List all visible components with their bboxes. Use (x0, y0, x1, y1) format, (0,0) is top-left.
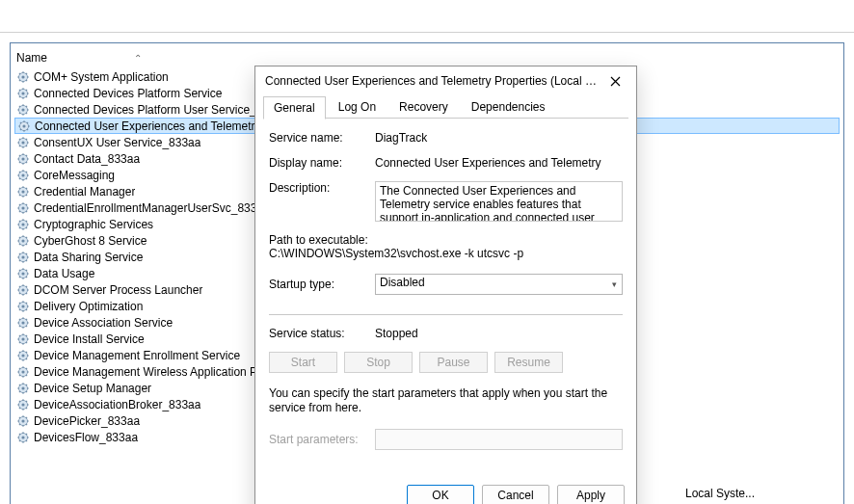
svg-point-31 (22, 124, 25, 127)
gear-icon (16, 201, 30, 215)
svg-line-68 (26, 171, 27, 172)
startup-type-select[interactable]: Disabled (375, 274, 623, 295)
svg-line-217 (26, 423, 27, 424)
svg-line-17 (26, 95, 27, 96)
svg-line-157 (26, 325, 27, 326)
label-description: Description: (269, 181, 375, 195)
service-label: Delivery Optimization (34, 300, 143, 313)
tab-logon[interactable]: Log On (328, 95, 387, 119)
svg-point-201 (21, 403, 24, 406)
svg-line-127 (26, 276, 27, 277)
svg-line-229 (19, 439, 20, 440)
svg-point-191 (21, 386, 24, 389)
svg-line-9 (19, 79, 20, 80)
svg-line-88 (26, 203, 27, 204)
svg-point-91 (21, 223, 24, 225)
stop-button[interactable]: Stop (344, 352, 413, 373)
svg-line-28 (26, 105, 27, 106)
pause-button[interactable]: Pause (419, 352, 488, 373)
svg-line-186 (19, 367, 20, 368)
svg-line-167 (26, 341, 27, 342)
cancel-button[interactable]: Cancel (482, 485, 549, 504)
svg-line-78 (26, 187, 27, 188)
service-label: CyberGhost 8 Service (34, 234, 147, 248)
start-button[interactable]: Start (269, 352, 337, 373)
svg-point-161 (21, 337, 24, 340)
svg-line-26 (19, 105, 20, 106)
svg-line-148 (26, 302, 27, 303)
svg-line-147 (26, 308, 27, 309)
close-button[interactable] (601, 69, 628, 93)
service-label: Connected User Experiences and Telemetry (35, 119, 261, 133)
svg-line-119 (19, 259, 20, 260)
svg-line-37 (27, 128, 28, 129)
svg-line-36 (20, 121, 21, 122)
resume-button[interactable]: Resume (494, 352, 563, 373)
svg-line-116 (19, 252, 20, 253)
start-parameters-input (375, 429, 623, 450)
service-label: DeviceAssociationBroker_833aa (34, 398, 200, 411)
service-label: Device Management Enrollment Service (34, 349, 240, 362)
apply-button[interactable]: Apply (557, 485, 625, 504)
gear-icon (16, 300, 30, 313)
tab-recovery[interactable]: Recovery (388, 95, 459, 119)
svg-line-218 (26, 416, 27, 417)
svg-line-49 (19, 145, 20, 146)
service-label: CoreMessaging (34, 169, 115, 182)
gear-icon (16, 382, 30, 395)
svg-point-41 (21, 141, 24, 144)
service-label: Device Management Wireless Application P… (34, 365, 292, 379)
svg-line-96 (19, 220, 20, 221)
ok-button[interactable]: OK (407, 485, 474, 504)
svg-line-206 (19, 400, 20, 401)
svg-point-211 (21, 419, 24, 422)
svg-line-208 (26, 400, 27, 401)
gear-icon (16, 152, 30, 166)
svg-point-11 (21, 92, 24, 94)
svg-line-176 (19, 351, 20, 352)
svg-line-79 (19, 194, 20, 195)
svg-line-149 (19, 308, 20, 309)
svg-line-109 (19, 243, 20, 244)
svg-line-136 (19, 285, 20, 286)
description-box[interactable]: The Connected User Experiences and Telem… (375, 181, 623, 222)
svg-line-169 (19, 341, 20, 342)
svg-point-81 (21, 206, 24, 209)
svg-line-56 (19, 154, 20, 155)
value-service-status: Stopped (375, 327, 623, 340)
svg-line-19 (19, 95, 20, 96)
svg-line-118 (26, 252, 27, 253)
service-label: Cryptographic Services (34, 218, 153, 231)
gear-icon (16, 332, 30, 346)
svg-line-196 (19, 384, 20, 385)
column-header-name[interactable]: Name (16, 47, 47, 68)
svg-line-6 (19, 72, 20, 73)
svg-line-129 (19, 276, 20, 277)
svg-line-179 (19, 358, 20, 358)
svg-line-7 (26, 79, 27, 80)
tab-general[interactable]: General (263, 96, 326, 119)
svg-line-46 (19, 138, 20, 139)
service-properties-dialog: Connected User Experiences and Telemetry… (254, 66, 637, 504)
dialog-titlebar[interactable]: Connected User Experiences and Telemetry… (255, 66, 636, 95)
svg-line-138 (26, 285, 27, 286)
service-label: Device Association Service (34, 316, 173, 330)
service-label: DevicePicker_833aa (34, 414, 140, 428)
svg-line-128 (26, 269, 27, 270)
service-label: Connected Devices Platform Service (34, 87, 222, 100)
svg-point-131 (21, 288, 24, 291)
label-service-name: Service name: (269, 131, 375, 145)
gear-icon (16, 398, 30, 411)
tab-dependencies[interactable]: Dependencies (461, 95, 556, 119)
svg-line-226 (19, 433, 20, 434)
svg-line-48 (26, 138, 27, 139)
svg-line-199 (19, 390, 20, 391)
close-icon (610, 76, 621, 87)
tab-strip: General Log On Recovery Dependencies (255, 95, 636, 119)
svg-line-177 (26, 358, 27, 358)
svg-point-141 (21, 305, 24, 307)
svg-line-67 (26, 177, 27, 178)
label-display-name: Display name: (269, 156, 375, 170)
svg-point-111 (21, 255, 24, 258)
gear-icon (16, 283, 30, 297)
